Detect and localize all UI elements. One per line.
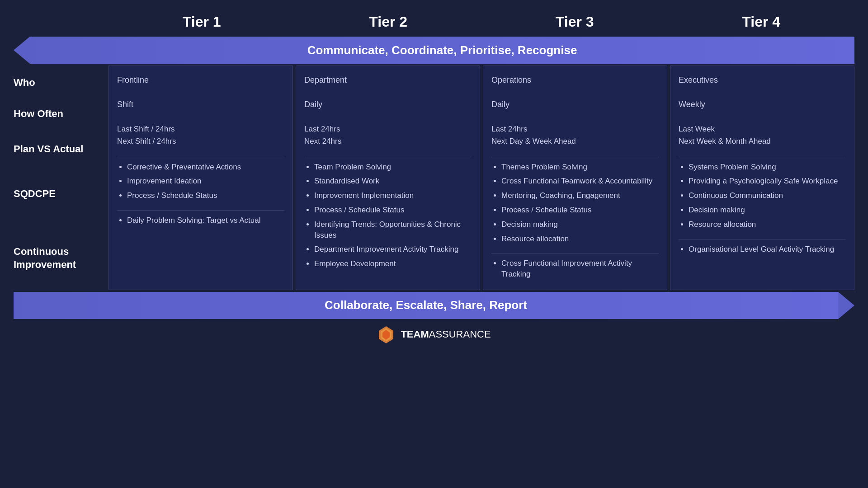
tier2-divider1 [304,157,472,157]
label-sqdcpe: SQDCPE [14,188,104,201]
tier1-ci-list: Daily Problem Solving: Target vs Actual [117,215,284,226]
list-item: Continuous Communication [689,190,846,201]
tier2-howoften: Daily [304,99,472,110]
label-how-often: How Often [14,108,104,121]
list-item: Decision making [689,205,846,216]
tier2-planactual: Last 24hrsNext 24hrs [304,123,472,147]
label-ci: Continuous Improvement [14,245,104,271]
tier1-howoften: Shift [117,99,284,110]
tier4-divider1 [679,157,846,157]
list-item: Standardised Work [314,176,472,187]
tier4-who: Executives [679,74,846,86]
tier3-planactual-val: Last 24hrsNext Day & Week Ahead [491,123,659,147]
tier3-who: Operations [491,74,659,86]
tier1-planactual-val: Last Shift / 24hrsNext Shift / 24hrs [117,123,284,147]
teamassurance-logo-icon [377,325,395,343]
list-item: Providing a Psychologically Safe Workpla… [689,176,846,187]
tier3-sqdcpe-list: Themes Problem Solving Cross Functional … [491,162,659,244]
tier4-planactual-val: Last WeekNext Week & Month Ahead [679,123,846,147]
tier4-ci-list: Organisational Level Goal Activity Track… [679,244,846,255]
list-item: Resource allocation [501,234,659,244]
top-banner-text: Communicate, Coordinate, Prioritise, Rec… [30,37,854,64]
tier4-sqdcpe-list: Systems Problem Solving Providing a Psyc… [679,162,846,230]
list-item: Department Improvement Activity Tracking [314,244,472,255]
tier1-divider1 [117,157,284,157]
list-item: Daily Problem Solving: Target vs Actual [127,215,284,226]
list-item: Themes Problem Solving [501,162,659,173]
tier4-howoften: Weekly [679,99,846,110]
list-item: Employee Development [314,258,472,269]
list-item: Mentoring, Coaching, Engagement [501,190,659,201]
list-item: Improvement Implementation [314,190,472,201]
tier1-planactual: Last Shift / 24hrsNext Shift / 24hrs [117,123,284,147]
tiers-grid: Frontline Shift Last Shift / 24hrsNext S… [108,66,854,290]
labels-column: Who How Often Plan VS Actual SQDCPE Cont… [14,66,108,290]
tier1-who: Frontline [117,74,284,86]
list-item: Improvement Ideation [127,176,284,187]
top-banner-left-arrow [14,37,30,64]
tier4-planactual: Last WeekNext Week & Month Ahead [679,123,846,147]
main-container: Tier 1 Tier 2 Tier 3 Tier 4 Communicate,… [14,0,854,352]
list-item: Team Problem Solving [314,162,472,173]
label-plan-vs-actual: Plan VS Actual [14,143,104,156]
list-item: Cross Functional Teamwork & Accountabili… [501,176,659,187]
logo-text: TEAMASSURANCE [401,328,491,340]
tier4-header: Tier 4 [668,9,855,37]
list-item: Process / Schedule Status [127,190,284,201]
list-item: Corrective & Preventative Actions [127,162,284,173]
tier2-sqdcpe-list: Team Problem Solving Standardised Work I… [304,162,472,269]
tier2-planactual-val: Last 24hrsNext 24hrs [304,123,472,147]
tier1-divider2 [117,210,284,211]
tier1-sqdcpe-list: Corrective & Preventative Actions Improv… [117,162,284,201]
tier2-who: Department [304,74,472,86]
tier-headers: Tier 1 Tier 2 Tier 3 Tier 4 [108,9,854,37]
content-area: Who How Often Plan VS Actual SQDCPE Cont… [14,66,854,290]
tier3-planactual: Last 24hrsNext Day & Week Ahead [491,123,659,147]
tier1-column: Frontline Shift Last Shift / 24hrsNext S… [108,66,293,290]
bottom-banner-text: Collaborate, Escalate, Share, Report [14,292,838,319]
list-item: Decision making [501,219,659,230]
label-who: Who [14,76,104,89]
list-item: Systems Problem Solving [689,162,846,173]
tier3-divider1 [491,157,659,157]
tier3-column: Operations Daily Last 24hrsNext Day & We… [483,66,667,290]
tier3-header: Tier 3 [481,9,668,37]
tier2-column: Department Daily Last 24hrsNext 24hrs Te… [296,66,480,290]
list-item: Process / Schedule Status [501,205,659,216]
list-item: Process / Schedule Status [314,205,472,216]
list-item: Organisational Level Goal Activity Track… [689,244,846,255]
tier1-header: Tier 1 [108,9,295,37]
tier4-divider2 [679,239,846,239]
tier3-howoften: Daily [491,99,659,110]
list-item: Identifying Trends: Opportunities & Chro… [314,219,472,241]
bottom-banner-right-arrow [838,292,854,319]
bottom-banner: Collaborate, Escalate, Share, Report [14,292,854,319]
tier3-ci-list: Cross Functional Improvement Activity Tr… [491,258,659,280]
tier4-column: Executives Weekly Last WeekNext Week & M… [670,66,854,290]
top-banner: Communicate, Coordinate, Prioritise, Rec… [14,37,854,64]
tier3-divider2 [491,253,659,253]
logo-area: TEAMASSURANCE [14,325,854,343]
list-item: Resource allocation [689,219,846,230]
tier2-header: Tier 2 [295,9,482,37]
list-item: Cross Functional Improvement Activity Tr… [501,258,659,280]
